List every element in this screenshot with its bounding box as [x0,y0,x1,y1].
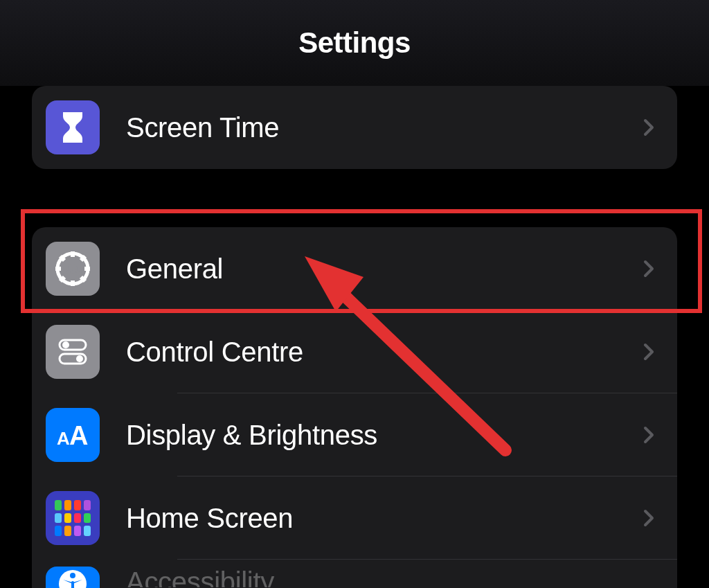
svg-point-20 [70,573,75,578]
svg-line-7 [60,277,64,281]
hourglass-icon [46,100,100,154]
svg-line-5 [60,256,64,260]
row-label: Home Screen [126,503,640,534]
svg-line-6 [81,277,85,281]
page-title: Settings [298,26,411,60]
row-label: Control Centre [126,337,640,368]
settings-group-1: Screen Time [32,86,677,169]
row-label: Screen Time [126,112,640,143]
settings-group-2: General Control Centre [32,227,677,588]
row-control-centre[interactable]: Control Centre [32,310,677,393]
row-general[interactable]: General [32,227,677,310]
svg-point-16 [76,355,83,362]
chevron-right-icon [640,118,658,136]
row-accessibility[interactable]: Accessibility [32,560,677,588]
row-home-screen[interactable]: Home Screen [32,476,677,560]
svg-text:A: A [69,421,88,450]
chevron-right-icon [640,509,658,527]
row-label: Accessibility [126,567,640,587]
chevron-right-icon [640,426,658,444]
app-grid-icon [46,491,100,545]
row-display-brightness[interactable]: A A Display & Brightness [32,393,677,476]
chevron-right-icon [640,343,658,361]
settings-content: Screen Time [0,86,709,588]
gear-icon [46,242,100,296]
toggles-icon [46,325,100,379]
svg-line-8 [81,256,85,260]
row-screen-time[interactable]: Screen Time [32,86,677,169]
text-size-icon: A A [46,408,100,462]
row-label: Display & Brightness [126,420,640,451]
svg-point-14 [62,341,69,348]
accessibility-icon [46,567,100,588]
settings-header: Settings [0,0,709,86]
row-label: General [126,253,640,285]
chevron-right-icon [640,260,658,278]
svg-text:A: A [57,428,70,449]
